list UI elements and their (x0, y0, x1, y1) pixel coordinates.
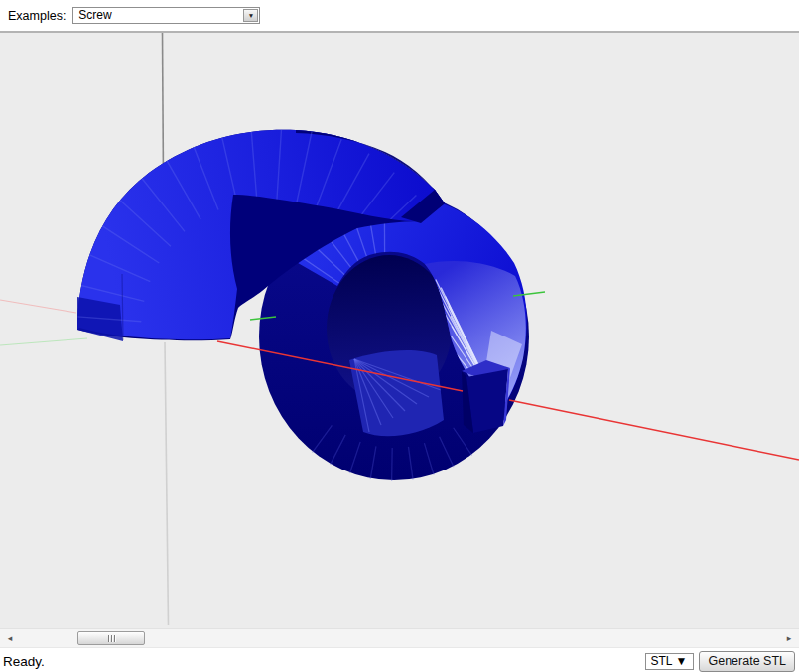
z-axis-negative-line (165, 342, 169, 625)
examples-label: Examples: (8, 9, 66, 23)
generate-stl-label: Generate STL (708, 654, 786, 668)
horizontal-scrollbar[interactable]: ◂ ▸ (0, 628, 799, 648)
examples-select-value: Screw (78, 8, 111, 22)
generate-stl-button[interactable]: Generate STL (699, 651, 795, 672)
format-select[interactable]: STL ▼ (645, 653, 694, 670)
status-bar: Ready. STL ▼ Generate STL (0, 648, 799, 672)
chevron-down-icon[interactable]: ▼ (243, 9, 258, 22)
grip-icon (111, 635, 112, 642)
z-axis-line (163, 33, 164, 182)
viewport-3d[interactable] (0, 31, 799, 628)
scrollbar-thumb[interactable] (77, 631, 145, 645)
x-axis-line-near (509, 400, 799, 460)
screw-end-cap (462, 360, 510, 433)
x-axis-negative-line (0, 300, 76, 313)
scroll-left-icon[interactable]: ◂ (2, 629, 18, 647)
screw-model-scene (0, 33, 799, 628)
status-text: Ready. (3, 654, 45, 669)
scroll-right-icon[interactable]: ▸ (781, 629, 797, 647)
format-select-value: STL (650, 654, 672, 668)
examples-select[interactable]: Screw ▼ (72, 7, 260, 24)
chevron-down-icon[interactable]: ▼ (675, 654, 687, 668)
toolbar: Examples: Screw ▼ (0, 0, 799, 31)
export-controls: STL ▼ Generate STL (645, 651, 795, 672)
y-axis-negative-line (0, 338, 87, 345)
grip-icon (108, 635, 109, 642)
grip-icon (114, 635, 115, 642)
